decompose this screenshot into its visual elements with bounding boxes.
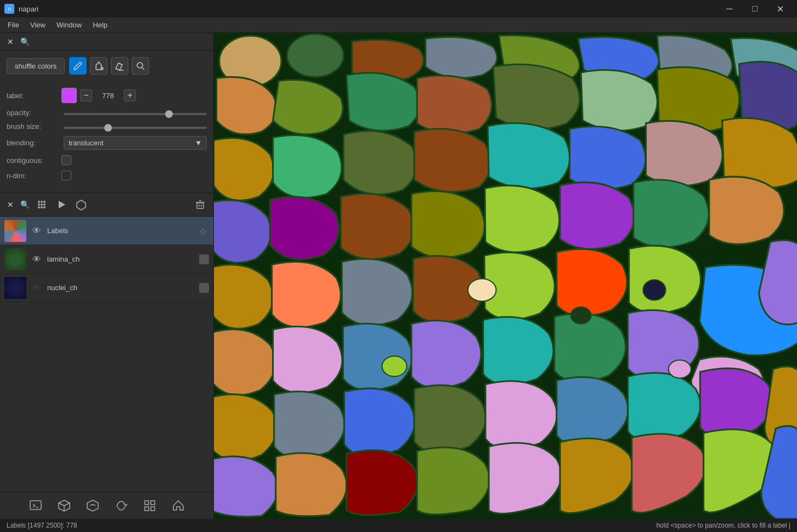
svg-point-34 xyxy=(468,279,496,301)
opacity-slider[interactable] xyxy=(64,113,207,115)
3d-rotate-button[interactable] xyxy=(83,496,103,516)
bucket-tool-button[interactable] xyxy=(90,57,108,75)
layer-color-nuclei xyxy=(199,283,209,293)
layer-visibility-labels[interactable]: 👁 xyxy=(31,225,43,237)
roll-button[interactable] xyxy=(111,496,131,516)
layer-visibility-lamina[interactable]: 👁 xyxy=(31,253,43,265)
menu-bar: File View Window Help xyxy=(0,18,797,33)
ndim-text: n-dim: xyxy=(7,172,61,180)
blending-dropdown[interactable]: translucent ▼ xyxy=(64,136,207,150)
bottom-toolbar xyxy=(0,491,213,519)
home-button[interactable] xyxy=(168,496,188,516)
label-number-control: − 778 + xyxy=(80,89,136,101)
svg-point-11 xyxy=(41,206,43,208)
canvas-view xyxy=(214,33,797,519)
eraser-tool-button[interactable] xyxy=(111,57,128,75)
delete-icon xyxy=(194,199,206,211)
status-right: hold <space> to pan/zoom, click to fill … xyxy=(656,522,790,529)
strip-search-button[interactable]: 🔍 xyxy=(19,36,31,48)
grid-mode-icon xyxy=(36,199,48,211)
svg-line-23 xyxy=(59,503,64,506)
layer-color-lamina xyxy=(199,254,209,264)
console-button[interactable] xyxy=(26,496,46,516)
shape-layer-button[interactable] xyxy=(72,196,90,213)
brush-size-text: brush size: xyxy=(7,122,61,131)
main-content: ✕ 🔍 shuffle colors xyxy=(0,33,797,519)
svg-rect-24 xyxy=(145,501,149,505)
app-title: napari xyxy=(19,5,717,13)
grid-button[interactable] xyxy=(140,496,160,516)
app-icon: n xyxy=(4,4,14,14)
3d-rotate-icon xyxy=(86,499,99,512)
close-button[interactable]: ✕ xyxy=(767,0,793,18)
svg-rect-27 xyxy=(151,507,155,511)
layer-item-lamina[interactable]: 👁 lamina_ch xyxy=(0,245,213,274)
move-layer-button[interactable] xyxy=(53,196,70,213)
shuffle-colors-button[interactable]: shuffle colors xyxy=(7,58,65,74)
status-left: Labels [1497 2500]: 778 xyxy=(7,522,77,529)
contiguous-control-row: contiguous: xyxy=(7,155,207,165)
title-bar: n napari ─ □ ✕ xyxy=(0,0,797,18)
zoom-tool-button[interactable] xyxy=(132,57,149,75)
segmentation-canvas xyxy=(214,33,797,519)
blending-text: blending: xyxy=(7,139,61,147)
grid-mode-button[interactable] xyxy=(33,196,50,213)
layer-close-button[interactable]: ✕ xyxy=(4,199,16,211)
maximize-button[interactable]: □ xyxy=(742,0,767,18)
status-bar: Labels [1497 2500]: 778 hold <space> to … xyxy=(0,519,797,532)
svg-marker-13 xyxy=(59,201,65,208)
svg-point-35 xyxy=(643,280,665,300)
svg-point-0 xyxy=(101,67,103,70)
layer-item-nuclei[interactable]: 👁 nuclei_ch xyxy=(0,274,213,302)
left-panel: ✕ 🔍 shuffle colors xyxy=(0,33,214,519)
layer-item-labels[interactable]: 👁 Labels ◇ xyxy=(0,217,213,245)
svg-point-31 xyxy=(382,356,406,376)
menu-window[interactable]: Window xyxy=(51,19,87,31)
svg-point-2 xyxy=(137,63,143,68)
strip-close-button[interactable]: ✕ xyxy=(4,36,16,48)
menu-help[interactable]: Help xyxy=(87,19,113,31)
opacity-control-row: opacity: xyxy=(7,109,207,117)
layer-visibility-nuclei[interactable]: 👁 xyxy=(31,282,43,294)
svg-point-4 xyxy=(38,201,40,203)
console-icon xyxy=(29,499,42,512)
svg-point-10 xyxy=(38,206,40,208)
home-icon xyxy=(172,499,185,512)
eraser-icon xyxy=(115,61,125,71)
label-increment-button[interactable]: + xyxy=(124,89,136,101)
arrow-icon xyxy=(55,199,67,211)
svg-point-30 xyxy=(287,34,343,77)
label-text: label: xyxy=(7,92,61,100)
svg-point-8 xyxy=(41,203,43,206)
ndim-control-row: n-dim: xyxy=(7,171,207,180)
svg-rect-25 xyxy=(151,501,155,505)
search-icon xyxy=(135,61,145,71)
svg-point-32 xyxy=(570,307,591,324)
label-decrement-button[interactable]: − xyxy=(80,89,92,101)
minimize-button[interactable]: ─ xyxy=(717,0,742,18)
layer-link-labels[interactable]: ◇ xyxy=(197,225,209,237)
dropdown-chevron-icon: ▼ xyxy=(195,139,202,147)
svg-rect-19 xyxy=(30,501,41,510)
contiguous-checkbox[interactable] xyxy=(61,155,71,165)
3d-view-button[interactable] xyxy=(54,496,74,516)
menu-file[interactable]: File xyxy=(2,19,25,31)
pencil-tool-button[interactable] xyxy=(69,57,87,75)
svg-point-33 xyxy=(669,360,691,378)
svg-point-5 xyxy=(41,201,43,203)
svg-rect-26 xyxy=(145,507,149,511)
delete-layer-button[interactable] xyxy=(191,196,209,213)
blending-value: translucent xyxy=(69,139,104,147)
label-value: 778 xyxy=(94,92,122,100)
brush-size-slider[interactable] xyxy=(64,127,207,129)
menu-view[interactable]: View xyxy=(25,19,51,31)
polygon-icon xyxy=(75,199,87,211)
roll-icon xyxy=(115,499,128,512)
bucket-icon xyxy=(94,61,104,71)
ndim-checkbox[interactable] xyxy=(61,171,71,180)
canvas-area[interactable] xyxy=(214,33,797,519)
cube-icon xyxy=(58,499,71,512)
layer-search-button[interactable]: 🔍 xyxy=(19,199,31,211)
contiguous-text: contiguous: xyxy=(7,156,61,165)
label-color-swatch[interactable] xyxy=(61,88,77,103)
